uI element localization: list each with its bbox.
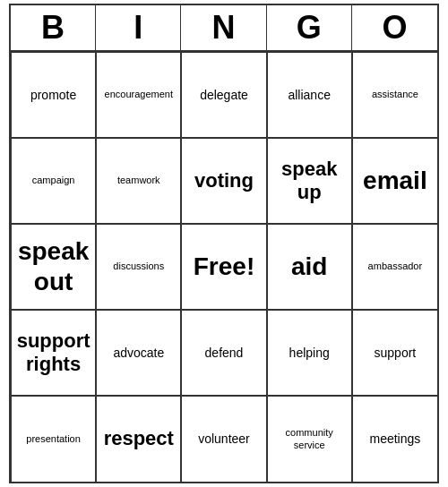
bingo-cell: support [352,310,437,396]
bingo-cell: teamwork [96,138,181,224]
cell-text: alliance [288,88,330,103]
cell-text: delegate [200,88,248,103]
cell-text: presentation [26,433,81,445]
bingo-cell: encouragement [96,52,181,138]
bingo-cell: ambassador [352,224,437,310]
cell-text: aid [291,252,327,282]
bingo-cell: delegate [181,52,266,138]
cell-text: meetings [369,431,420,447]
cell-text: volunteer [198,431,250,447]
bingo-cell: voting [181,138,266,224]
bingo-cell: advocate [96,310,181,396]
cell-text: community service [271,427,348,450]
header-letter: G [267,5,352,50]
cell-text: helping [289,346,330,361]
header-letter: O [352,5,437,50]
cell-text: speak out [15,236,91,296]
bingo-cell: speak up [267,138,352,224]
bingo-grid: promoteencouragementdelegateallianceassi… [11,52,437,482]
cell-text: defend [205,346,244,361]
bingo-cell: defend [181,310,266,396]
bingo-cell: respect [96,396,181,482]
bingo-cell: promote [11,52,96,138]
cell-text: encouragement [105,89,173,100]
bingo-cell: helping [267,310,352,396]
cell-text: voting [194,169,254,192]
bingo-cell: aid [267,224,352,310]
header-letter: I [96,5,181,50]
cell-text: ambassador [368,261,423,272]
header-letter: N [181,5,266,50]
bingo-cell: discussions [96,224,181,310]
bingo-cell: speak out [11,224,96,310]
cell-text: promote [30,88,76,103]
bingo-cell: assistance [352,52,437,138]
bingo-header: BINGO [11,5,437,52]
cell-text: support rights [15,329,91,377]
cell-text: teamwork [117,175,160,186]
bingo-cell: alliance [267,52,352,138]
cell-text: advocate [113,346,164,361]
cell-text: discussions [113,261,164,272]
bingo-cell: volunteer [181,396,266,482]
bingo-cell: meetings [352,396,437,482]
header-letter: B [11,5,96,50]
bingo-cell: email [352,138,437,224]
bingo-cell: community service [267,396,352,482]
cell-text: speak up [271,158,348,205]
bingo-cell: campaign [11,138,96,224]
cell-text: email [363,166,427,196]
cell-text: assistance [372,89,418,100]
cell-text: campaign [32,175,75,186]
cell-text: Free! [194,252,254,282]
bingo-cell: Free! [181,224,266,310]
bingo-cell: presentation [11,396,96,482]
cell-text: respect [104,427,174,450]
bingo-card: BINGO promoteencouragementdelegateallian… [9,4,439,483]
bingo-cell: support rights [11,310,96,396]
cell-text: support [375,346,417,361]
